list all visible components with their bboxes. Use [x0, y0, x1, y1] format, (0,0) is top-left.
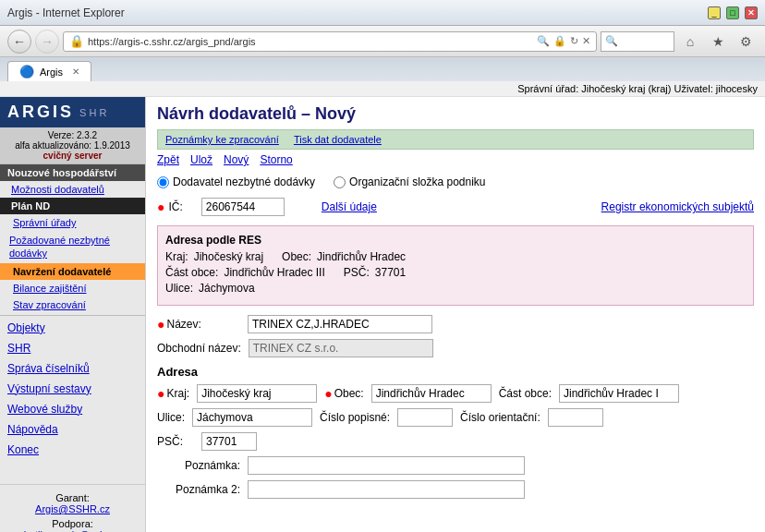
sidebar-item-vystupni[interactable]: Výstupní sestavy: [0, 379, 145, 399]
res-obec-key: Obec:: [282, 250, 311, 263]
adresa-cast-label: Část obce:: [499, 387, 552, 400]
sidebar-item-bilance[interactable]: Bilance zajištění: [0, 280, 145, 296]
res-row2: Část obce: Jindřichův Hradec III PSČ: 37…: [165, 266, 746, 279]
adresa-obec-dot: ●: [324, 386, 332, 401]
adresa-kraj-label-container: ● Kraj:: [157, 386, 189, 401]
ic-required-dot: ●: [157, 200, 164, 214]
aktualizovano-text: alfa aktualizováno: 1.9.2013: [6, 140, 140, 151]
browser-title: Argis - Internet Explorer: [7, 6, 702, 19]
podpora-label: Podpora: hotline-argis@sshr.cz: [7, 518, 138, 532]
sidebar-item-napoveda[interactable]: Nápověda: [0, 419, 145, 440]
toolbar-right: ⌂ ★ ⚙: [678, 30, 758, 54]
poznamka-input[interactable]: [248, 456, 525, 475]
ic-label: IČ:: [168, 200, 182, 213]
uloz-link[interactable]: Ulož: [190, 153, 212, 166]
tisk-link[interactable]: Tisk dat dodavatele: [294, 134, 382, 145]
sidebar-item-navrzeni[interactable]: Navržení dodavatelé: [0, 263, 145, 280]
sidebar-item-webove[interactable]: Webové služby: [0, 399, 145, 419]
adresa-psc-input[interactable]: [201, 432, 257, 451]
action-bar: Zpět Ulož Nový Storno: [157, 153, 754, 166]
storno-link[interactable]: Storno: [260, 153, 292, 166]
address-bar[interactable]: 🔒 https://argis-c.sshr.cz/argis_pnd/argi…: [63, 31, 597, 52]
page-title: Návrh dodavatelů – Nový: [157, 104, 754, 124]
maximize-button[interactable]: □: [726, 6, 739, 19]
page-container: ARGIS S H R Verze: 2.3.2 alfa aktualizov…: [0, 97, 765, 532]
tab-close-icon[interactable]: ✕: [72, 66, 79, 77]
nazev-required-dot: ●: [157, 317, 164, 332]
adresa-cast-input[interactable]: [559, 384, 679, 403]
sidebar-item-sprava-ciselniku[interactable]: Správa číselníků: [0, 358, 145, 379]
obchodni-nazev-row: Obchodní název:: [157, 339, 754, 357]
dalsi-udaje-link[interactable]: Další údaje: [322, 200, 377, 213]
favorites-button[interactable]: ★: [706, 30, 730, 54]
radio-organizacni-input[interactable]: [334, 176, 346, 188]
browser-titlebar: Argis - Internet Explorer _ □ ✕: [0, 0, 765, 26]
top-info-bar: Správní úřad: Jihočeský kraj (kraj) Uživ…: [0, 81, 765, 97]
sidebar-item-konec[interactable]: Konec: [0, 440, 145, 460]
minimize-button[interactable]: _: [708, 6, 721, 19]
ic-label-container: ● IČ:: [157, 200, 183, 214]
adresa-ulice-label: Ulice:: [157, 411, 185, 424]
radio-organizacni[interactable]: Organizační složka podniku: [334, 175, 485, 188]
sidebar-item-objekty[interactable]: Objekty: [0, 318, 145, 338]
obchodni-nazev-input[interactable]: [249, 339, 433, 357]
adresa-ulice-row: Ulice: Číslo popisné: Číslo orientační:: [157, 408, 754, 427]
nazev-row: ● Název:: [157, 315, 754, 333]
res-box: Adresa podle RES Kraj: Jihočeský kraj Ob…: [157, 225, 754, 306]
registr-link[interactable]: Registr ekonomických subjektů: [601, 200, 754, 213]
res-psc-key: PSČ:: [344, 266, 370, 279]
sidebar-item-pozadovane[interactable]: Požadované nezbytné dodávky: [0, 231, 145, 263]
adresa-kraj-input[interactable]: [197, 384, 317, 403]
tab-argis[interactable]: 🔵 Argis ✕: [7, 61, 91, 81]
adresa-cislo-orientacni-label: Číslo orientační:: [460, 411, 540, 424]
sidebar-item-stav[interactable]: Stav zpracování: [0, 296, 145, 313]
novy-link[interactable]: Nový: [224, 153, 249, 166]
adresa-psc-label: PSČ:: [157, 435, 194, 448]
nazev-input[interactable]: [248, 315, 432, 333]
nazev-label: Název:: [166, 318, 200, 331]
adresa-obec-input[interactable]: [371, 384, 492, 403]
back-button[interactable]: ←: [7, 30, 31, 54]
radio-dodavatel-input[interactable]: [157, 176, 169, 188]
spravni-urad-text: Správní úřad: Jihočeský kraj (kraj): [517, 83, 671, 94]
adresa-psc-row: PSČ:: [157, 432, 754, 451]
poznamka-row: Poznámka:: [157, 456, 754, 475]
url-text: https://argis-c.sshr.cz/argis_pnd/argis: [88, 36, 533, 47]
adresa-obec-label-container: ● Obec:: [324, 386, 363, 401]
ic-row: ● IČ: Další údaje Registr ekonomických s…: [157, 198, 754, 216]
logo-sub: S H R: [79, 107, 106, 118]
version-bar: Verze: 2.3.2 alfa aktualizováno: 1.9.201…: [0, 127, 145, 164]
res-cast-key: Část obce:: [165, 266, 218, 279]
nazev-label-container: ● Název:: [157, 317, 240, 332]
uzivatel-text: Uživatel: jihocesky: [674, 83, 758, 94]
home-button[interactable]: ⌂: [678, 30, 702, 54]
server-text: cvičný server: [6, 151, 140, 161]
adresa-cislo-orientacni-input[interactable]: [548, 408, 603, 427]
forward-button[interactable]: →: [35, 30, 59, 54]
zpet-link[interactable]: Zpět: [157, 153, 179, 166]
poznamky-link[interactable]: Poznámky ke zpracování: [165, 134, 279, 145]
radio-group: Dodavatel nezbytné dodávky Organizační s…: [157, 175, 754, 188]
browser-toolbar: ← → 🔒 https://argis-c.sshr.cz/argis_pnd/…: [0, 26, 765, 57]
poznamka2-input[interactable]: [248, 480, 525, 499]
sidebar-item-moznosti[interactable]: Možnosti dodavatelů: [0, 181, 145, 198]
version-text: Verze: 2.3.2: [6, 130, 140, 140]
tools-button[interactable]: ⚙: [734, 30, 758, 54]
sidebar-footer: Garant: Argis@SSHR.cz Podpora: hotline-a…: [0, 484, 145, 532]
radio-dodavatel[interactable]: Dodavatel nezbytné dodávky: [157, 175, 315, 188]
main-content: Návrh dodavatelů – Nový Poznámky ke zpra…: [146, 97, 765, 532]
ic-input[interactable]: [201, 198, 285, 216]
adresa-kraj-row: ● Kraj: ● Obec: Část obce:: [157, 384, 754, 403]
sidebar-item-spravni[interactable]: Správní úřady: [0, 214, 145, 231]
search-bar[interactable]: 🔍: [601, 31, 674, 52]
sidebar-item-plan: Plán ND: [0, 198, 145, 214]
logo-text: ARGIS: [7, 103, 74, 122]
adresa-kraj-dot: ●: [157, 386, 164, 401]
obchodni-nazev-label: Obchodní název:: [157, 342, 241, 355]
adresa-ulice-input[interactable]: [192, 408, 312, 427]
res-kraj-val: Jihočeský kraj: [194, 250, 263, 263]
sidebar-item-shr[interactable]: SHR: [0, 338, 145, 358]
close-button[interactable]: ✕: [745, 6, 758, 19]
garant-email-link[interactable]: Argis@SSHR.cz: [35, 503, 110, 514]
adresa-cislo-popisne-input[interactable]: [397, 408, 453, 427]
